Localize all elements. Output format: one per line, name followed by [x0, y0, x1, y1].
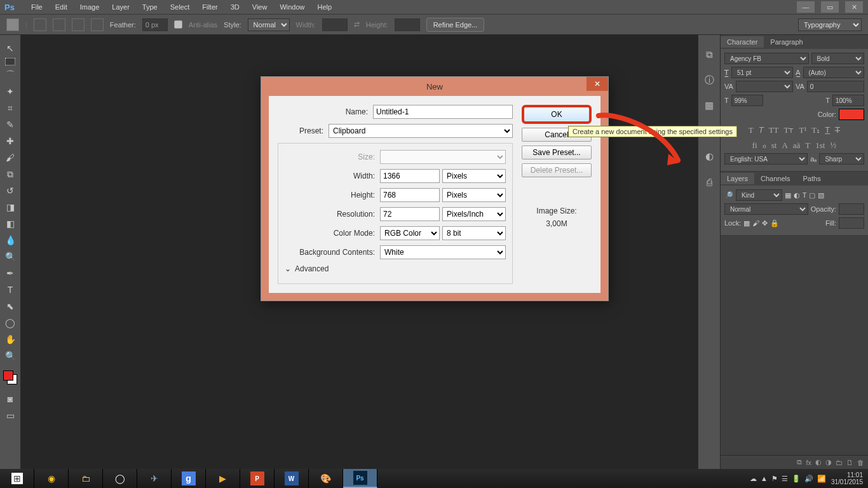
- colormode-select[interactable]: RGB Color: [380, 226, 440, 240]
- tray-security-icon[interactable]: ⚑: [771, 475, 778, 483]
- lock-position-icon[interactable]: ✥: [762, 219, 768, 227]
- subtract-selection-icon[interactable]: [72, 18, 85, 31]
- dodge-tool-icon[interactable]: 🔍: [3, 250, 18, 264]
- advanced-toggle[interactable]: ⌄ Advanced: [285, 264, 506, 273]
- taskbar-file-explorer[interactable]: 🗀: [69, 469, 103, 488]
- tray-onedrive-icon[interactable]: ☁: [750, 475, 757, 483]
- marquee-tool-preset-icon[interactable]: [6, 18, 19, 31]
- menu-help[interactable]: Help: [312, 1, 338, 13]
- antialias-checkbox[interactable]: [174, 20, 182, 29]
- filter-type-icon[interactable]: T: [803, 191, 807, 199]
- taskbar-clock[interactable]: 11:01 31/01/2015: [831, 471, 863, 485]
- lock-transparent-icon[interactable]: ▩: [743, 219, 750, 227]
- maximize-button[interactable]: ▭: [821, 1, 839, 13]
- tab-channels[interactable]: Channels: [754, 173, 796, 184]
- menu-select[interactable]: Select: [165, 1, 196, 13]
- italic-icon[interactable]: T: [759, 125, 764, 135]
- quick-select-tool-icon[interactable]: ✦: [3, 85, 18, 98]
- tracking-input[interactable]: [807, 81, 864, 92]
- refine-edge-button[interactable]: Refine Edge...: [426, 18, 485, 32]
- type-tool-icon[interactable]: T: [3, 283, 18, 297]
- name-input[interactable]: [373, 105, 513, 119]
- blur-tool-icon[interactable]: 💧: [3, 233, 18, 247]
- tray-wifi-icon[interactable]: 📶: [817, 475, 826, 483]
- dlg-height-input[interactable]: [380, 188, 440, 202]
- menu-file[interactable]: File: [25, 1, 48, 13]
- fill-input[interactable]: [839, 217, 864, 229]
- filter-kind-select[interactable]: Kind: [736, 189, 782, 201]
- layer-fx-icon[interactable]: fx: [806, 459, 811, 466]
- menu-layer[interactable]: Layer: [106, 1, 135, 13]
- feather-input[interactable]: [142, 18, 168, 31]
- gradient-tool-icon[interactable]: ◧: [3, 217, 18, 231]
- adjustments-panel-icon[interactable]: ◐: [702, 149, 716, 163]
- dialog-close-button[interactable]: ✕: [587, 77, 608, 91]
- underline-icon[interactable]: T: [825, 125, 830, 135]
- history-brush-tool-icon[interactable]: ↺: [3, 184, 18, 198]
- filter-shape-icon[interactable]: ▢: [809, 191, 815, 200]
- menu-3d[interactable]: 3D: [225, 1, 245, 13]
- tab-paragraph[interactable]: Paragraph: [764, 36, 809, 48]
- tab-layers[interactable]: Layers: [721, 173, 754, 184]
- layer-mask-icon[interactable]: ◐: [815, 458, 822, 466]
- swap-icon[interactable]: ⇄: [354, 20, 360, 29]
- tray-volume-icon[interactable]: 🔊: [804, 475, 813, 483]
- menu-type[interactable]: Type: [137, 1, 163, 13]
- info-panel-icon[interactable]: ⓘ: [702, 73, 716, 87]
- close-button[interactable]: ✕: [845, 1, 863, 13]
- tab-paths[interactable]: Paths: [797, 173, 827, 184]
- hand-tool-icon[interactable]: ✋: [3, 332, 18, 346]
- antialiasing-select[interactable]: Sharp: [819, 153, 864, 165]
- properties-panel-icon[interactable]: ⎙: [702, 175, 716, 189]
- new-fill-layer-icon[interactable]: ◑: [825, 458, 832, 466]
- move-tool-icon[interactable]: ↖: [3, 41, 18, 55]
- superscript-icon[interactable]: T¹: [799, 125, 807, 135]
- shape-tool-icon[interactable]: ◯: [3, 316, 18, 330]
- smallcaps-icon[interactable]: Tᴛ: [784, 125, 794, 135]
- start-button[interactable]: ⊞: [0, 469, 34, 488]
- lock-image-icon[interactable]: 🖌: [752, 219, 759, 227]
- language-select[interactable]: English: USA: [724, 153, 808, 165]
- history-panel-icon[interactable]: ⧉: [702, 48, 716, 62]
- delete-layer-icon[interactable]: 🗑: [857, 459, 864, 466]
- crop-tool-icon[interactable]: ⌗: [3, 101, 18, 115]
- menu-filter[interactable]: Filter: [196, 1, 223, 13]
- marquee-tool-icon[interactable]: [5, 58, 15, 65]
- pen-tool-icon[interactable]: ✒: [3, 266, 18, 280]
- taskbar-app-2[interactable]: ✈: [137, 469, 172, 488]
- taskbar-app-1[interactable]: ◉: [34, 469, 69, 488]
- kerning-select[interactable]: [736, 81, 793, 92]
- font-size-select[interactable]: 51 pt: [731, 67, 793, 78]
- resolution-unit[interactable]: Pixels/Inch: [442, 207, 506, 221]
- bold-icon[interactable]: T: [749, 125, 754, 135]
- filter-smart-icon[interactable]: ▧: [818, 191, 824, 200]
- screen-mode-icon[interactable]: ▭: [3, 409, 18, 423]
- new-group-icon[interactable]: 🗀: [836, 459, 843, 466]
- brush-tool-icon[interactable]: 🖌: [3, 151, 18, 165]
- workspace-switcher[interactable]: Typography: [798, 18, 862, 31]
- menu-window[interactable]: Window: [274, 1, 310, 13]
- new-layer-icon[interactable]: 🗋: [846, 459, 853, 466]
- add-selection-icon[interactable]: [53, 18, 65, 31]
- hscale-input[interactable]: [832, 95, 864, 106]
- filter-pixel-icon[interactable]: ▦: [785, 191, 791, 200]
- taskbar-word[interactable]: W: [275, 469, 309, 488]
- dlg-width-unit[interactable]: Pixels: [442, 169, 506, 183]
- menu-edit[interactable]: Edit: [50, 1, 73, 13]
- taskbar-media-player[interactable]: ▶: [206, 469, 240, 488]
- leading-select[interactable]: (Auto): [803, 67, 865, 78]
- layers-list[interactable]: [721, 236, 868, 455]
- tab-character[interactable]: Character: [721, 36, 764, 48]
- clone-stamp-tool-icon[interactable]: ⧉: [3, 167, 18, 181]
- font-family-select[interactable]: Agency FB: [724, 53, 809, 64]
- opacity-input[interactable]: [839, 203, 864, 215]
- taskbar-paint[interactable]: 🎨: [309, 469, 343, 488]
- filter-adjust-icon[interactable]: ◐: [794, 191, 800, 200]
- healing-brush-tool-icon[interactable]: ✚: [3, 134, 18, 148]
- dlg-width-input[interactable]: [380, 169, 440, 183]
- ok-button[interactable]: OK: [522, 105, 592, 124]
- link-layers-icon[interactable]: ⧉: [797, 458, 802, 466]
- style-select[interactable]: Normal: [248, 18, 290, 31]
- font-style-select[interactable]: Bold: [811, 53, 865, 64]
- colordepth-select[interactable]: 8 bit: [442, 226, 506, 240]
